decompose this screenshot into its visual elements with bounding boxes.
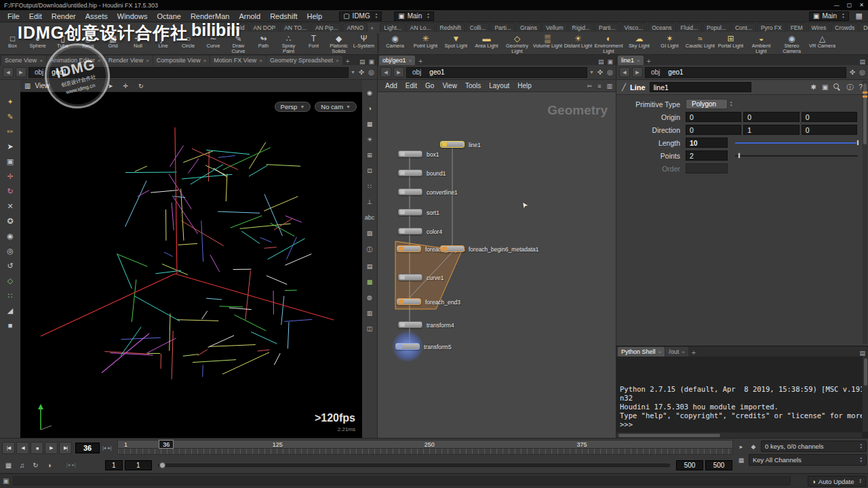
shelf-tool-button[interactable]: ✶ GI Light <box>654 32 685 55</box>
param-scrollbar[interactable] <box>863 81 867 344</box>
new-pane-tab-button[interactable]: + <box>689 349 698 357</box>
shelf-tab[interactable]: Parti... <box>490 23 515 32</box>
spinner-icon[interactable]: ▲▼ <box>730 101 732 107</box>
points-slider[interactable] <box>735 150 859 161</box>
shelf-tool-button[interactable]: ✳ Point Light <box>410 32 441 55</box>
update-mode-selector[interactable]: ◑ Auto Update ▲▼ <box>808 476 866 487</box>
translate-tool-icon[interactable]: ✛ <box>7 172 13 181</box>
pane-tab[interactable]: Motion FX View × <box>210 56 266 65</box>
grid-toggle-icon[interactable]: ⊞ <box>367 152 372 159</box>
shelf-tool-button[interactable]: ◇ Geometry Light <box>502 32 532 55</box>
view-tool-icon[interactable]: ◉ <box>7 232 14 241</box>
forward-button[interactable]: ▶ <box>393 67 404 77</box>
lighting-toggle-icon[interactable]: ☀ <box>367 136 372 143</box>
pane-menu-icon[interactable]: ▤ <box>598 58 604 65</box>
close-tab-icon[interactable]: × <box>682 349 685 355</box>
back-button[interactable]: ◀ <box>3 67 14 77</box>
jump-to-start-button[interactable]: |◀ <box>2 442 15 454</box>
snap-options-icon[interactable]: ◎ <box>7 247 14 256</box>
pane-menu-icon[interactable]: ▤ <box>359 58 366 65</box>
chevron-down-icon[interactable]: ▼ <box>589 70 594 75</box>
pane-tab[interactable]: /out × <box>665 347 688 357</box>
shelf-tab[interactable]: AN TO... <box>280 23 311 32</box>
menu-item[interactable]: Edit <box>24 12 47 20</box>
back-button[interactable]: ◀ <box>380 67 391 77</box>
node-info-icon[interactable]: ⓘ <box>846 83 853 92</box>
edit-state-icon[interactable]: ✎ <box>7 113 13 121</box>
pane-tab[interactable]: Scene View × <box>1 56 46 65</box>
search-params-icon[interactable] <box>833 83 841 91</box>
menu-item[interactable]: Tools <box>461 82 485 89</box>
group-list-icon[interactable]: ▤ <box>367 263 373 270</box>
shell-horizontal-scrollbar[interactable] <box>616 432 862 438</box>
play-button[interactable]: ▶ <box>45 442 58 454</box>
close-tab-icon[interactable]: × <box>336 58 339 64</box>
shelf-tab[interactable]: Crowds <box>831 23 859 32</box>
spinner-icon[interactable]: ▲▼ <box>860 457 863 463</box>
pane-tab[interactable]: obj/geo1 × <box>379 56 415 65</box>
wireframe-toggle-icon[interactable]: ▦ <box>367 121 373 127</box>
pin-pane-icon[interactable]: ✜ <box>359 68 364 76</box>
anim-options-icon[interactable]: ▦ <box>3 462 14 469</box>
pin-pane-icon[interactable]: ✜ <box>597 68 603 76</box>
viewport-layout-icon[interactable]: ▥ <box>24 82 31 89</box>
menu-item[interactable]: File <box>3 12 24 20</box>
rotate-tool-icon[interactable]: ↻ <box>7 187 13 196</box>
shelf-tool-button[interactable]: ◆ Platonic Solids <box>326 32 351 55</box>
audio-options-icon[interactable]: ♫ <box>16 462 28 469</box>
origin-z-field[interactable]: 0 <box>802 112 857 122</box>
sculpt-state-icon[interactable]: ✏ <box>7 127 13 136</box>
shelf-tool-button[interactable]: T Font <box>301 32 326 55</box>
geometry-select-icon[interactable]: ◇ <box>7 277 13 285</box>
global-range-start-field[interactable]: 1 <box>105 460 123 470</box>
python-shell-output[interactable]: Python 2.7.15 (default, Apr 8 2019, 15:3… <box>616 357 862 432</box>
origin-y-field[interactable]: 0 <box>743 112 799 122</box>
network-node[interactable]: bound1 <box>398 169 422 176</box>
points-field[interactable]: 2 <box>686 150 728 161</box>
shelf-tab[interactable]: AN DOP <box>250 23 280 32</box>
shelf-tab[interactable]: Pyro FX <box>757 23 786 32</box>
shelf-tab[interactable]: Driv... <box>859 23 868 32</box>
node-presets-icon[interactable]: ✱ <box>811 83 816 91</box>
shelf-tool-button[interactable]: ☀ Distant Light <box>563 32 593 55</box>
close-tab-icon[interactable]: × <box>39 58 43 64</box>
points-select-icon[interactable]: ∷ <box>8 291 13 300</box>
spinner-icon[interactable]: ▲▼ <box>860 443 863 449</box>
network-node[interactable]: color4 <box>398 228 422 235</box>
shelf-tab[interactable]: Light... <box>380 23 406 32</box>
menu-item[interactable]: RenderMan <box>186 12 234 20</box>
display-normals-icon[interactable]: ⊥ <box>367 199 372 205</box>
slider-handle[interactable] <box>738 152 741 159</box>
menu-item[interactable]: Arnold <box>234 12 265 20</box>
network-node[interactable]: sort1 <box>398 209 422 216</box>
spinner-icon[interactable]: ▲▼ <box>375 13 378 19</box>
shelf-tab[interactable]: Parti... <box>595 23 620 32</box>
pane-menu-icon[interactable]: ▤ <box>859 350 865 357</box>
shelf-tab[interactable]: Fluid... <box>677 23 703 32</box>
step-back-button[interactable]: |◂ <box>102 445 106 451</box>
orbit-tool-icon[interactable]: ↺ <box>7 262 13 270</box>
camera-view-icon[interactable]: ◍ <box>367 294 372 301</box>
display-options-icon[interactable]: ▩ <box>367 279 373 285</box>
add-shelf-tab-button[interactable]: + <box>368 25 376 32</box>
direction-y-field[interactable]: 1 <box>743 125 799 135</box>
slider-handle[interactable] <box>856 140 859 146</box>
path-breadcrumb[interactable]: objgeo1 <box>406 67 587 78</box>
close-tab-icon[interactable]: × <box>637 58 640 64</box>
shelf-tool-button[interactable]: ◉ Camera <box>380 32 410 55</box>
range-slider-handle[interactable] <box>159 462 165 468</box>
shelf-tool-button[interactable]: ⊞ Portal Light <box>715 32 746 55</box>
prev-key-button[interactable]: |◂ <box>66 462 70 468</box>
network-node[interactable]: box1 <box>398 150 422 157</box>
menu-item[interactable]: Assets <box>81 12 113 20</box>
playback-range-slider[interactable] <box>158 464 670 467</box>
viewport-canvas[interactable]: Persp▼ No cam▼ >120fps 2.21ms <box>20 92 362 438</box>
pane-tab[interactable]: Composite View × <box>153 56 210 65</box>
shelf-tool-button[interactable]: ≈ Caustic Light <box>685 32 715 55</box>
display-text-icon[interactable]: abc <box>365 214 375 221</box>
shelf-tab[interactable]: Popul... <box>703 23 730 32</box>
breadcrumb-item[interactable]: geo1 <box>429 68 444 76</box>
breadcrumb-item[interactable]: obj <box>35 68 43 76</box>
shelf-tool-button[interactable]: ▬ Area Light <box>471 32 502 55</box>
pane-menu-icon[interactable]: ▤ <box>859 58 865 65</box>
